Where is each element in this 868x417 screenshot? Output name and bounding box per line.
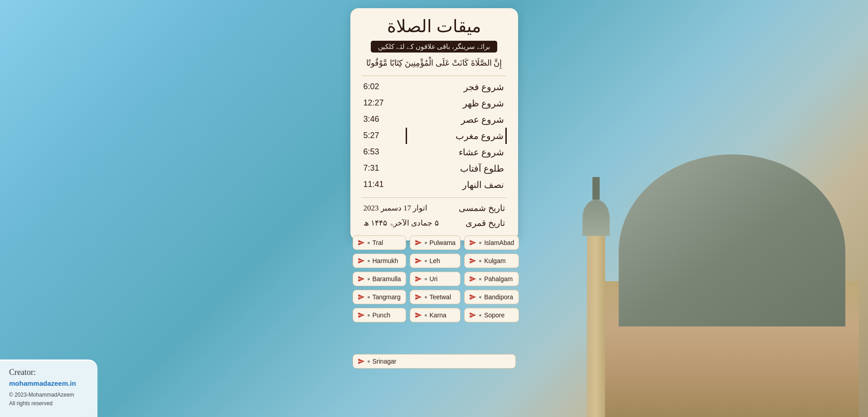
city-dot xyxy=(368,242,370,244)
city-name: Tangmarg xyxy=(373,293,401,301)
city-dot xyxy=(479,296,481,298)
prayer-name-dhuhr: شروع ظهر xyxy=(407,95,506,111)
send-icon xyxy=(415,275,422,283)
table-row: تاریخ شمسی اتوار 17 دسمبر 2023 xyxy=(362,201,507,216)
card-title: ميقات الصلاة xyxy=(362,16,507,37)
divider-bottom xyxy=(362,197,507,198)
city-name: Sopore xyxy=(484,312,504,319)
divider-top xyxy=(362,76,507,76)
table-row: شروع عصر 3:46 xyxy=(362,111,506,128)
cities-grid: Tral Pulwama IslamAbad Harmukh Leh K xyxy=(353,235,516,322)
quran-verse: إِنَّ الصَّلَاةَ كَانَتْ عَلَى الْمُؤْمِ… xyxy=(362,57,507,69)
city-name: Teetwal xyxy=(430,293,451,301)
city-button-teetwal[interactable]: Teetwal xyxy=(410,290,461,304)
city-dot xyxy=(425,278,427,280)
creator-label: Creator: xyxy=(9,368,88,377)
city-button-karna[interactable]: Karna xyxy=(410,308,461,322)
city-button-bandipora[interactable]: Bandipora xyxy=(464,290,519,304)
send-icon xyxy=(415,312,422,319)
prayer-time-fajr: 6:02 xyxy=(362,79,407,95)
minaret-top xyxy=(582,200,610,236)
send-icon xyxy=(358,312,365,319)
creator-link[interactable]: mohammadazeem.in xyxy=(9,379,88,387)
city-dot xyxy=(425,296,427,298)
city-dot xyxy=(479,278,481,280)
send-icon xyxy=(415,239,422,246)
city-dot xyxy=(479,242,481,244)
city-name: Pulwama xyxy=(430,239,456,246)
table-row: شروع فجر 6:02 xyxy=(362,79,506,95)
city-dot xyxy=(368,360,370,363)
city-button-kulgam[interactable]: Kulgam xyxy=(464,254,519,268)
location-badge[interactable]: برائے سرینگر، باقی علاقوں کے لئے کلکیں xyxy=(371,41,497,53)
solar-date-value: اتوار 17 دسمبر 2023 xyxy=(362,201,451,216)
city-dot xyxy=(368,296,370,298)
send-icon xyxy=(469,293,476,301)
city-name: Bandipora xyxy=(484,293,513,301)
send-icon xyxy=(469,257,476,264)
prayer-name-fajr: شروع فجر xyxy=(407,79,506,95)
city-button-pulwama[interactable]: Pulwama xyxy=(410,235,461,250)
prayer-time-maghrib: 5:27 xyxy=(362,128,407,144)
prayer-table: شروع فجر 6:02 شروع ظهر 12:27 شروع عصر 3:… xyxy=(362,79,507,193)
city-button-baramulla[interactable]: Baramulla xyxy=(353,272,406,286)
city-dot xyxy=(425,314,427,316)
send-icon xyxy=(415,293,422,301)
send-icon xyxy=(469,275,476,283)
city-dot xyxy=(368,314,370,316)
sunrise-time: 7:31 xyxy=(362,160,407,177)
prayer-name-maghrib: شروع مغرب xyxy=(407,128,506,144)
city-name: Pahalgam xyxy=(484,275,513,283)
city-button-sopore[interactable]: Sopore xyxy=(464,308,519,322)
city-name: Punch xyxy=(373,312,391,319)
city-name: Tral xyxy=(373,239,383,246)
city-button-harmukh[interactable]: Harmukh xyxy=(353,254,406,268)
city-dot xyxy=(479,314,481,316)
city-name: Srinagar xyxy=(373,358,397,365)
table-row: تاریخ قمری ۵ جمادی الآخرۃ ۱۴۴۵ ھ xyxy=(362,216,507,230)
city-button-pahalgam[interactable]: Pahalgam xyxy=(464,272,519,286)
minaret-cross xyxy=(592,177,600,200)
table-row: شروع عشاء 6:53 xyxy=(362,144,506,160)
city-button-tangmarg[interactable]: Tangmarg xyxy=(353,290,406,304)
prayer-time-asr: 3:46 xyxy=(362,111,407,128)
city-name: Kulgam xyxy=(484,257,505,264)
table-row: نصف النهار 11:41 xyxy=(362,177,506,193)
city-dot xyxy=(425,242,427,244)
midday-time: 11:41 xyxy=(362,177,407,193)
lunar-date-value: ۵ جمادی الآخرۃ ۱۴۴۵ ھ xyxy=(362,216,451,230)
date-table: تاریخ شمسی اتوار 17 دسمبر 2023 تاریخ قمر… xyxy=(362,201,507,230)
table-row-maghrib: شروع مغرب 5:27 xyxy=(362,128,506,144)
prayer-time-dhuhr: 12:27 xyxy=(362,95,407,111)
send-icon xyxy=(415,257,422,264)
prayer-name-asr: شروع عصر xyxy=(407,111,506,128)
lunar-date-label: تاریخ قمری xyxy=(451,216,507,230)
send-icon xyxy=(358,293,365,301)
prayer-name-isha: شروع عشاء xyxy=(407,144,506,160)
minaret xyxy=(587,236,605,417)
send-icon xyxy=(358,358,365,365)
mosque-base xyxy=(605,326,859,417)
creator-copyright: © 2023-MohammadAzeemAll rights reserved xyxy=(9,391,88,408)
send-icon xyxy=(469,312,476,319)
send-icon xyxy=(358,257,365,264)
sunrise-label: طلوع آفتاب xyxy=(407,160,506,177)
city-button-punch[interactable]: Punch xyxy=(353,308,406,322)
city-button-tral[interactable]: Tral xyxy=(353,235,406,250)
city-button-leh[interactable]: Leh xyxy=(410,254,461,268)
prayer-time-isha: 6:53 xyxy=(362,144,407,160)
city-dot xyxy=(425,260,427,262)
city-dot xyxy=(368,278,370,280)
city-name: Leh xyxy=(430,257,440,264)
city-button-islamabad[interactable]: IslamAbad xyxy=(464,235,519,250)
city-dot xyxy=(368,260,370,262)
prayer-times-card: ميقات الصلاة برائے سرینگر، باقی علاقوں ک… xyxy=(350,8,518,240)
solar-date-label: تاریخ شمسی xyxy=(451,201,507,216)
city-button-srinagar[interactable]: Srinagar xyxy=(353,354,516,369)
city-button-uri[interactable]: Uri xyxy=(410,272,461,286)
city-name: Harmukh xyxy=(373,257,398,264)
creator-panel: Creator: mohammadazeem.in © 2023-Mohamma… xyxy=(0,359,97,417)
midday-label: نصف النهار xyxy=(407,177,506,193)
city-name: Baramulla xyxy=(373,275,401,283)
table-row: طلوع آفتاب 7:31 xyxy=(362,160,506,177)
